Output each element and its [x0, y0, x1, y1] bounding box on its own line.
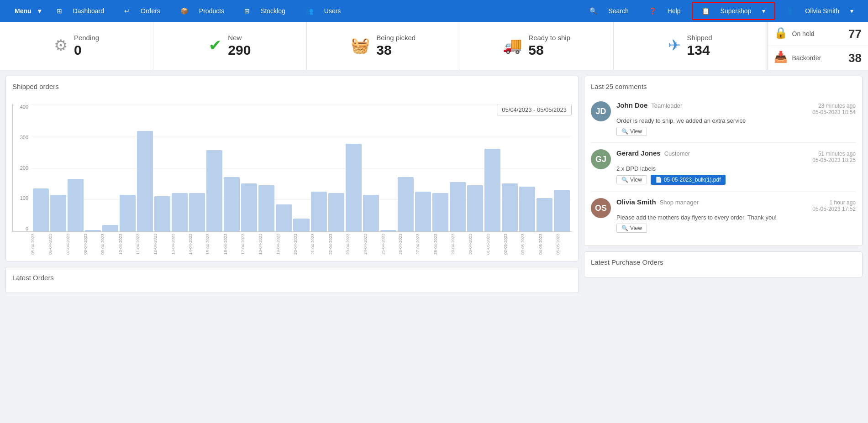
comment-role-0: Teamleader [651, 102, 682, 109]
stocklog-icon: ⊞ [240, 5, 254, 17]
comment-text-0: Order is ready to ship, we added an extr… [616, 117, 856, 124]
bars-wrapper [31, 104, 572, 231]
bar-13 [258, 185, 274, 231]
x-label-28: 03-05-2023 [521, 234, 537, 255]
nav-products[interactable]: 📦 Products [171, 2, 233, 20]
products-icon: 📦 [176, 5, 193, 17]
bar-2 [68, 179, 84, 231]
x-label-6: 11-04-2023 [136, 234, 152, 255]
x-label-26: 01-05-2023 [486, 234, 502, 255]
comment-date-0: 05-05-2023 18:54 [812, 109, 856, 115]
comment-text-1: 2 x DPD labels [616, 165, 856, 172]
x-label-10: 15-04-2023 [205, 234, 221, 255]
bar-1 [50, 195, 66, 231]
stat-ready-to-ship[interactable]: 🚚 Ready to ship 58 [460, 22, 614, 70]
comment-role-1: Customer [664, 150, 690, 157]
stat-pending-label: Pending [74, 34, 99, 42]
latest-purchase-orders-card: Latest Purchase Orders [584, 251, 863, 277]
stat-shipped-value: 134 [687, 42, 712, 58]
pdf-button-1[interactable]: 📄 05-05-2023_bulk(1).pdf [651, 175, 726, 185]
nav-users[interactable]: 👥 Users [296, 2, 350, 20]
chart-area: 400 300 200 100 0 [12, 104, 572, 232]
stat-shipped[interactable]: ✈ Shipped 134 [614, 22, 767, 70]
main-content: Shipped orders 05/04/2023 - 05/05/2023 4… [0, 70, 868, 298]
bar-20 [380, 230, 396, 231]
stat-on-hold[interactable]: 🔒 On hold 77 [768, 22, 868, 46]
inbox-icon: 📥 [774, 51, 788, 63]
stat-new[interactable]: ✔ New 290 [153, 22, 307, 70]
bar-27 [502, 183, 518, 231]
x-label-25: 30-04-2023 [468, 234, 484, 255]
x-label-20: 25-04-2023 [381, 234, 397, 255]
left-column: Shipped orders 05/04/2023 - 05/05/2023 4… [5, 76, 579, 293]
x-label-21: 26-04-2023 [398, 234, 414, 255]
orders-icon: ↩ [120, 5, 134, 17]
stat-pending-value: 0 [74, 42, 99, 58]
bar-4 [102, 225, 118, 231]
x-label-3: 08-04-2023 [83, 234, 99, 255]
user-menu[interactable]: 👤 Olivia Smith ▾ [777, 2, 863, 20]
view-button-0[interactable]: 🔍 View [616, 127, 647, 136]
stats-row: ⚙ Pending 0 ✔ New 290 🧺 Being picked 38 [0, 22, 868, 70]
stat-being-picked[interactable]: 🧺 Being picked 38 [307, 22, 460, 70]
help-button[interactable]: ❓ Help [640, 2, 690, 20]
x-label-7: 12-04-2023 [153, 234, 169, 255]
view-button-1[interactable]: 🔍 View [616, 175, 647, 184]
x-label-16: 21-04-2023 [310, 234, 326, 255]
x-label-18: 23-04-2023 [346, 234, 362, 255]
x-label-2: 07-04-2023 [66, 234, 82, 255]
comments-card: Last 25 comments JDJohn DoeTeamleader23 … [584, 76, 863, 246]
plane-icon: ✈ [668, 36, 681, 54]
supershop-button[interactable]: 📋 Supershop ▾ [692, 2, 776, 20]
bar-0 [33, 188, 49, 231]
comment-list: JDJohn DoeTeamleader23 minutes ago05-05-… [591, 95, 856, 239]
comment-name-0: John Doe [616, 101, 647, 109]
comment-time-1: 51 minutes ago [812, 151, 856, 157]
stat-new-value: 290 [228, 42, 251, 58]
stat-new-label: New [228, 34, 251, 42]
nav-right: 🔍 Search ❓ Help 📋 Supershop ▾ 👤 Olivia S… [580, 2, 863, 20]
stat-pending[interactable]: ⚙ Pending 0 [0, 22, 153, 70]
x-label-14: 19-04-2023 [276, 234, 292, 255]
x-label-5: 10-04-2023 [118, 234, 134, 255]
bar-17 [328, 193, 344, 231]
nav-stocklog[interactable]: ⊞ Stocklog [235, 2, 295, 20]
view-button-2[interactable]: 🔍 View [616, 224, 647, 233]
x-label-0: 05-04-2023 [31, 234, 47, 255]
bar-6 [137, 131, 153, 231]
comment-time-0: 23 minutes ago [812, 103, 856, 109]
avatar-1: GJ [591, 149, 611, 169]
y-labels: 400 300 200 100 0 [13, 104, 30, 231]
basket-icon: 🧺 [351, 36, 370, 54]
x-label-1: 06-04-2023 [48, 234, 64, 255]
comments-title: Last 25 comments [591, 83, 856, 90]
bar-30 [554, 190, 570, 231]
stat-backorder[interactable]: 📥 Backorder 38 [768, 46, 868, 70]
stat-on-hold-value: 77 [848, 27, 862, 41]
bar-14 [276, 204, 292, 231]
bar-25 [467, 185, 483, 231]
bar-11 [224, 177, 240, 231]
help-icon: ❓ [644, 5, 661, 17]
search-button[interactable]: 🔍 Search [580, 2, 637, 20]
bar-23 [432, 193, 448, 231]
bar-3 [85, 230, 101, 231]
shipped-orders-title: Shipped orders [12, 83, 572, 90]
check-icon: ✔ [209, 36, 221, 54]
user-icon: 👤 [782, 5, 799, 17]
x-label-15: 20-04-2023 [293, 234, 309, 255]
nav-dashboard[interactable]: ⊞ Dashboard [47, 2, 114, 20]
bar-9 [189, 193, 205, 231]
menu-button[interactable]: Menu ▾ [5, 2, 46, 20]
x-label-12: 17-04-2023 [241, 234, 257, 255]
user-chevron: ▾ [846, 5, 858, 17]
pdf-icon: 📄 [655, 177, 662, 183]
comment-item-0: JDJohn DoeTeamleader23 minutes ago05-05-… [591, 95, 856, 143]
x-label-23: 28-04-2023 [433, 234, 449, 255]
stat-shipped-label: Shipped [687, 34, 712, 42]
bar-10 [206, 150, 222, 231]
nav-orders[interactable]: ↩ Orders [115, 2, 169, 20]
bar-18 [346, 144, 362, 231]
comment-item-2: OSOlivia SmithShop manager1 hour ago05-0… [591, 192, 856, 239]
truck-icon: 🚚 [503, 36, 522, 54]
